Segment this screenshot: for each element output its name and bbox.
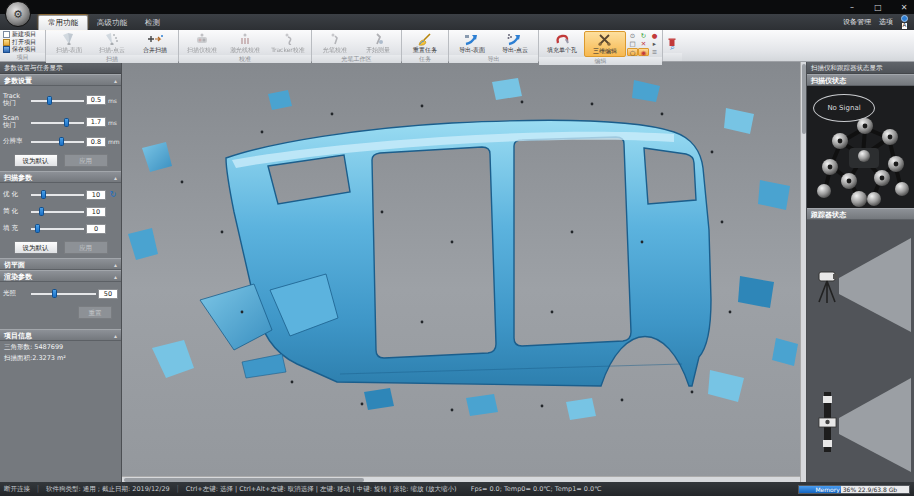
pointer-icon[interactable]: ▸ [649, 40, 660, 48]
tab-inspect[interactable]: 检测 [136, 15, 169, 30]
tracker-calibration-button[interactable]: Tracker校准 [267, 31, 309, 55]
lighting-label: 光照 [3, 290, 29, 297]
memory-usage-value: 36% 22.9/63.8 Gb [841, 486, 909, 493]
ribbon-group-view-tools: ⌕ [663, 30, 682, 61]
delete-trash-icon[interactable] [667, 32, 678, 42]
parameters-body: Track 快门 0.5 ms Scan 快门 1.7 ms 分辨率 0.8 m… [0, 86, 121, 171]
ribbon-group-task: 重置任务 任务 [402, 30, 449, 61]
export-pointcloud-button[interactable]: 导出-点云 [494, 31, 536, 55]
simplify-slider[interactable] [31, 207, 84, 216]
rect-select-icon[interactable]: □ [627, 40, 638, 48]
record-icon[interactable]: ● [649, 32, 660, 40]
input-language-icon[interactable]: A [901, 15, 908, 29]
fill-slider[interactable] [31, 224, 84, 233]
export-pointcloud-icon [507, 32, 523, 46]
lighting-slider[interactable] [31, 289, 96, 298]
probe-pen-icon [329, 32, 341, 46]
section-header-project-info[interactable]: 项目信息 ▴ [0, 329, 121, 341]
scanner-status-display: No Signal [807, 86, 914, 208]
pen-calibration-button[interactable]: 光笔校准 [314, 31, 356, 55]
status-bar: 断开连接 │ 软件狗类型: 通用 ; 截止日期: 2019/12/29 │ Ct… [0, 482, 914, 496]
set-default-button[interactable]: 设为默认 [14, 241, 58, 254]
merge-scan-icon [147, 32, 163, 46]
reset-task-button[interactable]: 重置任务 [404, 31, 446, 55]
export-surface-button[interactable]: 导出-表面 [451, 31, 493, 55]
merge-scan-button[interactable]: 合并扫描 [134, 31, 176, 55]
scanner-calibration-button[interactable]: 扫描仪校准 [181, 31, 223, 55]
simplify-label: 简 化 [3, 208, 29, 215]
tab-common-functions[interactable]: 常用功能 [38, 15, 88, 30]
section-header-scanner-status[interactable]: 扫描仪状态 [807, 74, 914, 86]
ribbon-group-calibration: 扫描仪校准 激光线校准 Tracker校准 校准 [179, 30, 312, 61]
optimize-refresh-icon[interactable]: ↻ [108, 190, 118, 200]
scan-shutter-slider[interactable] [31, 118, 84, 127]
edit-tool-grid: ⊙ ↻ ● □ ✕ ▸ ○ ◉ ≡ [627, 32, 660, 56]
minimize-button[interactable]: – [846, 3, 858, 12]
fill-value[interactable]: 0 [86, 224, 106, 234]
lasso-select-icon[interactable]: ○ [627, 48, 638, 56]
resolution-value[interactable]: 0.8 [86, 137, 106, 147]
simplify-value[interactable]: 10 [86, 207, 106, 217]
tab-advanced-functions[interactable]: 高级功能 [88, 15, 136, 30]
group-label-task: 任务 [402, 55, 448, 63]
group-label-project: 项目 [0, 53, 45, 61]
close-button[interactable]: ✕ [898, 3, 910, 12]
section-header-parameters[interactable]: 参数设置 ▴ [0, 74, 121, 86]
pin-icon [901, 15, 908, 22]
track-shutter-value[interactable]: 0.5 [86, 95, 106, 105]
triangle-count-line: 三角形数: 5487699 [0, 341, 121, 352]
3d-viewport[interactable] [122, 62, 800, 476]
laser-lines-icon [238, 32, 252, 46]
track-shutter-slider[interactable] [31, 96, 84, 105]
car-body-mesh [122, 62, 800, 476]
app-logo-icon[interactable]: ⚙ [5, 1, 31, 27]
options-menu[interactable]: 选项 [879, 17, 893, 27]
collapse-icon: ▴ [114, 259, 117, 269]
measure-pen-icon [372, 32, 384, 46]
memory-bar-fill: Memory [799, 486, 841, 493]
target-point-icon[interactable]: ◉ [638, 48, 649, 56]
triangle-count-value: 5487699 [34, 343, 63, 351]
set-default-button[interactable]: 设为默认 [14, 154, 58, 167]
group-label-export: 导出 [449, 55, 538, 63]
fill-single-hole-button[interactable]: 填充单个孔 [541, 31, 583, 57]
reset-button[interactable]: 重置 [78, 306, 112, 319]
scan-shutter-label: Scan 快门 [3, 115, 29, 130]
resolution-slider[interactable] [31, 137, 84, 146]
resolution-label: 分辨率 [3, 138, 29, 145]
save-project-button[interactable]: 保存项目 [3, 46, 42, 53]
section-header-tracker-status[interactable]: 跟踪器状态 [807, 208, 914, 220]
delete-selection-icon[interactable]: ✕ [638, 40, 649, 48]
device-management-menu[interactable]: 设备管理 [843, 17, 871, 27]
scan-surface-button[interactable]: 扫描-表面 [48, 31, 90, 55]
optimize-value[interactable]: 10 [86, 190, 106, 200]
ribbon-toolbar: 新建项目 打开项目 保存项目 项目 扫描-表面 [0, 30, 914, 62]
section-header-clip-plane[interactable]: 切平面 ▴ [0, 258, 121, 270]
title-bar: – □ ✕ [0, 0, 914, 14]
scissors-tools-icon [598, 33, 612, 47]
laser-calibration-button[interactable]: 激光线校准 [224, 31, 266, 55]
edit-3d-button[interactable]: 三维编辑 [584, 31, 626, 57]
visibility-icon[interactable]: ⊙ [627, 32, 638, 40]
apply-button[interactable]: 应用 [64, 241, 108, 254]
optimize-slider[interactable] [31, 190, 84, 199]
list-icon[interactable]: ≡ [649, 48, 660, 56]
ribbon-tab-bar: 常用功能 高级功能 检测 [0, 14, 914, 30]
left-panel-title: 参数设置与任务显示 [0, 62, 121, 74]
start-measure-button[interactable]: 开始测量 [357, 31, 399, 55]
export-surface-icon [464, 32, 480, 46]
refresh-icon[interactable]: ↻ [638, 32, 649, 40]
new-document-icon [3, 31, 10, 38]
mouse-hints: Ctrl+左键: 选择 | Ctrl+Alt+左键: 取消选择 | 左键: 移动… [186, 485, 457, 494]
scan-area-value: 2.3273 m² [32, 354, 66, 362]
lighting-value[interactable]: 50 [98, 289, 118, 299]
section-header-scan-params[interactable]: 扫描参数 ▴ [0, 171, 121, 183]
maximize-button[interactable]: □ [872, 3, 884, 12]
zoom-magnifier-icon[interactable]: ⌕ [667, 43, 678, 53]
scan-shutter-value[interactable]: 1.7 [86, 117, 106, 127]
scan-pointcloud-button[interactable]: 扫描-点云 [91, 31, 133, 55]
apply-button[interactable]: 应用 [64, 154, 108, 167]
section-header-render-params[interactable]: 渲染参数 ▴ [0, 270, 121, 282]
ribbon-group-scan: 扫描-表面 扫描-点云 合并扫描 扫描 [46, 30, 179, 61]
group-label-calibration: 校准 [179, 55, 311, 63]
